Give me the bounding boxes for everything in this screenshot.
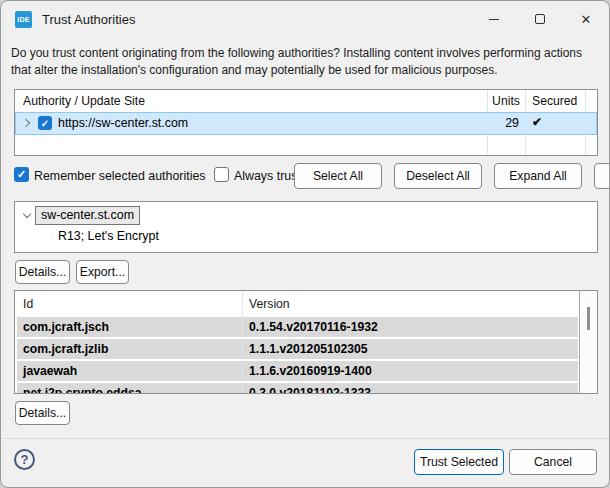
window-controls: ✕ (471, 1, 609, 37)
footer-divider (1, 438, 609, 439)
trust-authorities-dialog: IDE Trust Authorities ✕ Do you trust con… (0, 0, 610, 488)
unit-row[interactable]: javaewah 1.1.6.v20160919-1400 (17, 361, 578, 381)
dialog-description: Do you trust content originating from th… (11, 45, 607, 78)
units-table-header: Id Version (15, 291, 597, 317)
certificate-tree: sw-center.st.com R13; Let's Encrypt (14, 201, 598, 253)
expand-all-button[interactable]: Expand All (494, 163, 582, 189)
close-button[interactable]: ✕ (563, 1, 609, 37)
certificate-details-button[interactable]: Details... (15, 260, 70, 284)
unit-version: 0.1.54.v20170116-1932 (249, 320, 378, 334)
ide-app-icon: IDE (15, 11, 32, 28)
unit-id: com.jcraft.jzlib (23, 342, 108, 356)
unit-id: javaewah (23, 364, 77, 378)
unit-id: net.i2p.crypto.eddsa (23, 386, 142, 394)
collapse-chevron-icon[interactable] (23, 210, 32, 219)
unit-row[interactable]: com.jcraft.jzlib 1.1.1.v201205102305 (17, 339, 578, 359)
column-header-id[interactable]: Id (23, 297, 33, 311)
remember-authorities-checkbox[interactable]: ✓ (14, 167, 29, 182)
authority-checkbox[interactable]: ✓ (38, 116, 52, 130)
vertical-scrollbar[interactable] (580, 291, 597, 393)
clipped-button[interactable] (594, 163, 610, 189)
authority-url: https://sw-center.st.com (58, 116, 188, 130)
column-header-version[interactable]: Version (249, 297, 290, 311)
deselect-all-button[interactable]: Deselect All (394, 163, 482, 189)
certificate-export-button[interactable]: Export... (76, 260, 129, 284)
check-icon: ✓ (17, 168, 26, 181)
help-icon: ? (21, 452, 29, 467)
cancel-button[interactable]: Cancel (509, 449, 597, 475)
always-trust-checkbox[interactable] (214, 167, 229, 182)
authorities-table: Authority / Update Site Units Secured ✓ … (14, 89, 598, 156)
remember-authorities-label[interactable]: Remember selected authorities (34, 169, 206, 183)
unit-row[interactable]: com.jcraft.jsch 0.1.54.v20170116-1932 (17, 317, 578, 337)
column-header-units[interactable]: Units (487, 90, 525, 112)
column-header-secured[interactable]: Secured (532, 90, 577, 112)
scrollbar-thumb[interactable] (587, 307, 590, 330)
unit-version: 0.3.0.v20181102-1323 (249, 386, 371, 394)
unit-details-button[interactable]: Details... (15, 401, 70, 425)
certificate-root-item[interactable]: sw-center.st.com (35, 206, 140, 225)
certificate-child-item[interactable]: R13; Let's Encrypt (58, 229, 159, 243)
always-trust-label[interactable]: Always trust (234, 169, 301, 183)
secured-check-icon: ✔ (532, 115, 542, 129)
unit-version: 1.1.6.v20160919-1400 (249, 364, 372, 378)
maximize-button[interactable] (517, 1, 563, 37)
trust-selected-button[interactable]: Trust Selected (414, 449, 504, 475)
units-table: Id Version com.jcraft.jsch 0.1.54.v20170… (14, 290, 598, 394)
maximize-icon (535, 14, 545, 24)
minimize-icon (489, 19, 499, 20)
column-divider (242, 291, 243, 391)
minimize-button[interactable] (471, 1, 517, 37)
authority-units-count: 29 (474, 116, 519, 130)
window-title: Trust Authorities (42, 12, 135, 27)
help-button[interactable]: ? (14, 449, 35, 470)
close-icon: ✕ (581, 12, 592, 27)
unit-id: com.jcraft.jsch (23, 320, 109, 334)
unit-row[interactable]: net.i2p.crypto.eddsa 0.3.0.v20181102-132… (17, 383, 578, 394)
check-icon: ✓ (41, 118, 49, 129)
select-all-button[interactable]: Select All (294, 163, 382, 189)
titlebar: IDE Trust Authorities ✕ (1, 1, 609, 37)
column-header-authority[interactable]: Authority / Update Site (23, 90, 145, 112)
expand-chevron-icon[interactable] (22, 119, 31, 128)
authority-row[interactable]: ✓ https://sw-center.st.com 29 ✔ (15, 112, 597, 135)
authorities-table-header: Authority / Update Site Units Secured (15, 90, 597, 112)
unit-version: 1.1.1.v201205102305 (249, 342, 368, 356)
